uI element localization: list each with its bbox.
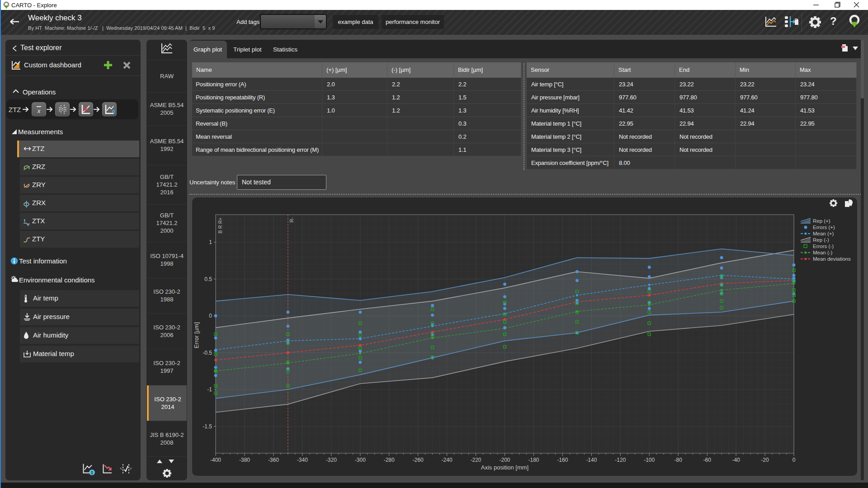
svg-text:B R R+: B R R+ bbox=[217, 217, 223, 234]
svg-text:-340: -340 bbox=[297, 457, 308, 463]
svg-text:Rep (-): Rep (-) bbox=[813, 237, 829, 243]
svg-text:-80: -80 bbox=[675, 457, 683, 463]
svg-text:x: x bbox=[37, 107, 41, 114]
svg-text:-280: -280 bbox=[384, 457, 395, 463]
svg-text:Rep (+): Rep (+) bbox=[813, 218, 830, 224]
svg-text:-100: -100 bbox=[644, 457, 655, 463]
svg-text:1: 1 bbox=[209, 239, 212, 245]
svg-text:-140: -140 bbox=[586, 457, 597, 463]
svg-text:-320: -320 bbox=[326, 457, 337, 463]
svg-text:-400: -400 bbox=[210, 457, 221, 463]
svg-text:Errors (+): Errors (+) bbox=[813, 225, 835, 230]
svg-text:-40: -40 bbox=[732, 457, 740, 463]
svg-text:-240: -240 bbox=[442, 457, 453, 463]
svg-text:-160: -160 bbox=[557, 457, 568, 463]
svg-text:R-: R- bbox=[289, 217, 294, 223]
svg-text:0: 0 bbox=[793, 457, 796, 463]
svg-text:Mean (-): Mean (-) bbox=[813, 250, 833, 255]
svg-text:-200: -200 bbox=[499, 457, 510, 463]
svg-text:0.5: 0.5 bbox=[204, 276, 212, 282]
svg-text:-0.5: -0.5 bbox=[203, 350, 212, 356]
svg-text:-1: -1 bbox=[207, 386, 212, 393]
svg-text:0: 0 bbox=[112, 109, 115, 114]
svg-text:-60: -60 bbox=[703, 457, 712, 463]
svg-text:Axis position [mm]: Axis position [mm] bbox=[481, 464, 528, 471]
svg-text:-1.5: -1.5 bbox=[203, 423, 212, 430]
svg-text:-360: -360 bbox=[268, 457, 279, 463]
svg-text:-180: -180 bbox=[528, 457, 539, 463]
svg-text:-220: -220 bbox=[470, 457, 481, 463]
svg-text:-380: -380 bbox=[239, 457, 250, 463]
svg-text:-260: -260 bbox=[413, 457, 424, 463]
svg-text:0: 0 bbox=[91, 470, 94, 475]
svg-text:0: 0 bbox=[209, 313, 212, 319]
svg-text:-120: -120 bbox=[615, 457, 626, 463]
svg-text:Mean (+): Mean (+) bbox=[813, 231, 834, 236]
svg-text:-300: -300 bbox=[355, 457, 366, 463]
svg-text:Error [µm]: Error [µm] bbox=[193, 322, 200, 348]
svg-text:-20: -20 bbox=[761, 457, 769, 463]
svg-text:Mean deviations: Mean deviations bbox=[813, 256, 851, 262]
svg-text:Errors (-): Errors (-) bbox=[813, 244, 834, 249]
